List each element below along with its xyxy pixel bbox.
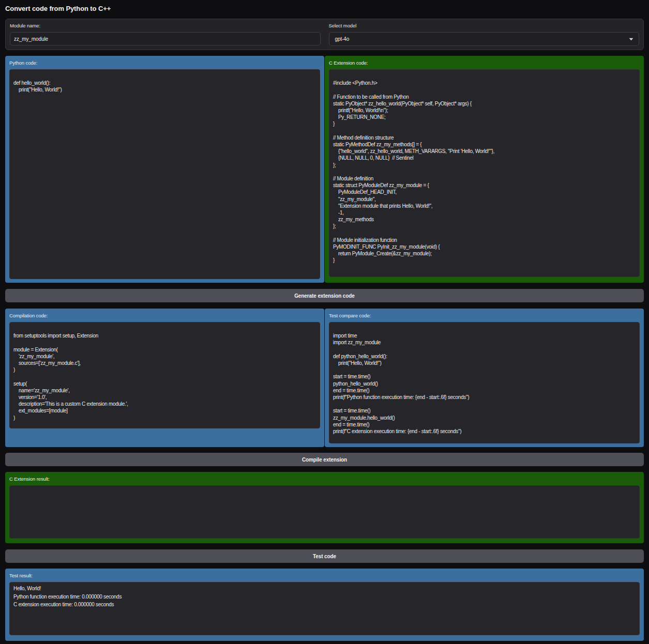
- compilation-code-label: Compilation code:: [9, 312, 320, 319]
- compilation-code-panel: Compilation code: from setuptools import…: [5, 309, 324, 447]
- code-panels-row: Python code: def hello_world(): print("H…: [5, 56, 644, 283]
- settings-group: Module name: Select model gpt-4o: [5, 19, 644, 50]
- c-extension-code-panel: C Extension code: #include <Python.h> //…: [325, 56, 644, 283]
- compilation-code-editor[interactable]: from setuptools import setup, Extension …: [9, 322, 320, 428]
- generate-extension-code-button[interactable]: Generate extension code: [5, 289, 644, 302]
- test-compare-code-editor[interactable]: import time import zz_my_module def pyth…: [329, 322, 640, 443]
- python-code-editor[interactable]: def hello_world(): print("Hello, World!"…: [9, 69, 320, 279]
- c-extension-code-label: C Extension code:: [329, 59, 640, 66]
- c-extension-result-panel: C Extension result:: [5, 472, 644, 543]
- select-model-label: Select model: [329, 22, 640, 29]
- python-code-label: Python code:: [9, 59, 320, 66]
- test-compare-code-label: Test compare code:: [329, 312, 640, 319]
- test-code-button[interactable]: Test code: [5, 549, 644, 563]
- module-name-field: Module name:: [10, 22, 321, 47]
- compile-extension-button[interactable]: Compile extension: [5, 453, 644, 466]
- c-extension-code-editor[interactable]: #include <Python.h> // Function to be ca…: [329, 69, 640, 277]
- compile-panels-row: Compilation code: from setuptools import…: [5, 309, 644, 447]
- module-name-label: Module name:: [10, 22, 321, 29]
- page-title: Convert code from Python to C++: [5, 4, 644, 13]
- test-result-label: Test result:: [9, 572, 640, 579]
- c-extension-result-box[interactable]: [9, 485, 640, 539]
- python-code-panel: Python code: def hello_world(): print("H…: [5, 56, 324, 283]
- test-result-box[interactable]: Hello, World! Python function execution …: [9, 582, 640, 635]
- select-model-field: Select model gpt-4o: [329, 22, 640, 47]
- chevron-down-icon: [629, 38, 633, 41]
- test-compare-code-panel: Test compare code: import time import zz…: [325, 309, 644, 447]
- test-result-panel: Test result: Hello, World! Python functi…: [5, 569, 644, 641]
- model-dropdown-value: gpt-4o: [335, 36, 350, 42]
- model-dropdown[interactable]: gpt-4o: [329, 32, 640, 46]
- module-name-input[interactable]: [10, 32, 321, 45]
- c-extension-result-label: C Extension result:: [9, 476, 640, 482]
